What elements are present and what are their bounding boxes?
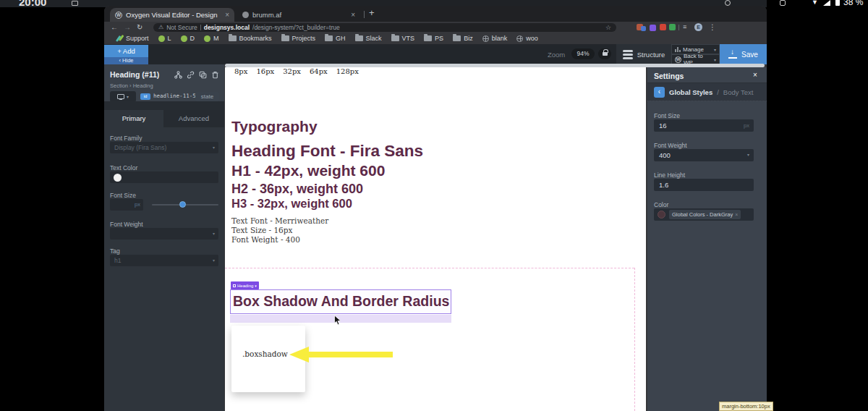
folder-icon — [281, 35, 289, 41]
chevron-down-icon: ▾ — [127, 94, 129, 99]
bookmark-item[interactable]: woo — [516, 35, 538, 42]
chip-close-icon[interactable]: × — [735, 210, 738, 219]
bookmark-item[interactable]: M — [204, 35, 219, 42]
url-separator — [200, 25, 201, 30]
bookmark-item[interactable]: Support — [116, 35, 149, 42]
zoom-lock-button[interactable] — [598, 48, 611, 59]
bookmark-folder[interactable]: VTS — [391, 35, 415, 42]
section-border-vertical — [634, 268, 635, 411]
zoom-value[interactable]: 94% — [571, 48, 595, 59]
tab-primary[interactable]: Primary — [104, 110, 163, 127]
forward-icon[interactable]: → — [124, 22, 131, 33]
element-id[interactable]: headline-11-5 — [153, 93, 196, 99]
settings-title: Settings — [654, 72, 684, 80]
yellow-arrow-head — [289, 347, 309, 363]
element-title: Heading (#11) — [110, 70, 159, 79]
font-family-label: Font Family — [110, 135, 142, 142]
security-label[interactable]: Not Secure — [166, 24, 197, 31]
font-family-select[interactable]: Display (Fira Sans) ▾ — [110, 142, 218, 153]
line-height-input[interactable]: 1.6 — [654, 179, 754, 191]
font-size-slider-knob[interactable] — [179, 201, 186, 208]
heading-font-line: Heading Font - Fira Sans — [231, 142, 423, 161]
bookmark-folder[interactable]: Projects — [281, 35, 316, 42]
element-breadcrumb[interactable]: Section › Heading — [110, 82, 153, 89]
bookmark-item[interactable]: blank — [482, 35, 508, 42]
dot-icon — [181, 35, 187, 42]
bookmark-folder[interactable]: Bookmarks — [229, 35, 272, 42]
add-button[interactable]: + Add — [104, 45, 148, 57]
bookmark-folder[interactable]: Biz — [453, 35, 473, 42]
tab-favicon — [242, 12, 249, 18]
font-size-input[interactable]: 16 px — [654, 119, 754, 132]
trash-icon[interactable] — [211, 71, 219, 79]
breadcrumb-global-styles[interactable]: Global Styles — [669, 88, 712, 96]
extension-icon[interactable] — [660, 24, 666, 30]
url-path: /design-system/?ct_builder=true — [252, 24, 603, 31]
close-icon[interactable]: × — [753, 71, 757, 79]
reading-list-icon[interactable]: ≡ — [683, 22, 686, 33]
state-button[interactable]: state — [195, 92, 219, 101]
extension-icon[interactable] — [641, 26, 646, 31]
color-swatch[interactable] — [114, 174, 122, 182]
settings-breadcrumb: ‹ Global Styles / Body Text — [647, 82, 767, 101]
typography-heading: Typography — [231, 118, 318, 135]
bookmark-folder[interactable]: PS — [424, 35, 443, 42]
tab-oxygen[interactable]: W Oxygen Visual Editor - Design × — [110, 8, 234, 22]
back-button[interactable]: ‹ — [654, 87, 665, 98]
font-weight-select[interactable]: 400 ▾ — [654, 149, 754, 161]
selected-element-badge[interactable]: Heading ▾ — [231, 281, 259, 289]
bookmark-folder[interactable]: GH — [325, 35, 346, 42]
breadcrumb-separator: / — [717, 88, 719, 96]
move-icon — [233, 284, 236, 287]
extension-icon[interactable] — [650, 25, 656, 31]
bookmark-star-icon[interactable]: ☆ — [605, 24, 611, 31]
id-badge[interactable]: id — [140, 93, 150, 100]
tag-select[interactable]: h1 ▾ — [110, 255, 218, 266]
hierarchy-icon[interactable] — [174, 71, 182, 79]
back-icon[interactable]: ← — [111, 22, 118, 33]
screenshot-icon — [72, 1, 78, 6]
font-weight-select[interactable]: ▾ — [110, 228, 218, 240]
tab-advanced[interactable]: Advanced — [163, 110, 224, 127]
url-host: designsys.local — [204, 24, 250, 31]
bookmark-folder[interactable]: Slack — [355, 35, 382, 42]
device-selector[interactable]: ▾ — [110, 91, 136, 102]
color-swatch[interactable] — [658, 211, 665, 219]
spacing-label: 16px — [256, 67, 274, 75]
tab-close-icon[interactable]: × — [351, 11, 355, 19]
wordpress-icon: W — [675, 56, 681, 63]
extension-icon[interactable] — [669, 24, 676, 30]
tab-close-icon[interactable]: × — [225, 11, 229, 19]
signal-icon — [823, 0, 830, 6]
text-color-field[interactable] — [110, 171, 218, 183]
kebab-menu-icon[interactable]: ⋮ — [709, 22, 716, 33]
bookmark-item[interactable]: D — [181, 35, 195, 42]
link-icon[interactable] — [187, 71, 195, 79]
element-header: Heading (#11) Section › Heading ▾ id hea… — [104, 64, 224, 101]
save-button[interactable]: ↓ Save — [720, 44, 767, 64]
h3-spec-line: H3 - 32px, weight 600 — [231, 197, 352, 211]
text-color-label: Text Color — [110, 164, 137, 171]
color-field[interactable]: Global Colors - DarkGray × — [654, 208, 754, 221]
font-size-input[interactable]: px — [110, 199, 143, 211]
tab-brumm[interactable]: brumm.af × — [237, 8, 360, 22]
profile-avatar[interactable]: E — [694, 23, 702, 31]
section-border-horizontal — [225, 268, 634, 268]
globe-icon — [516, 35, 523, 42]
chevron-down-icon: ▾ — [213, 228, 215, 240]
cast-icon — [780, 0, 786, 6]
global-color-chip[interactable]: Global Colors - DarkGray × — [669, 210, 741, 219]
hide-button[interactable]: ‹ Hide — [104, 57, 148, 64]
reload-icon[interactable]: ↻ — [137, 22, 142, 33]
spacing-scale-row: 8px 16px 32px 64px 128px — [234, 67, 359, 75]
yellow-arrow-shaft — [309, 352, 393, 357]
duplicate-icon[interactable] — [199, 71, 207, 79]
back-to-wp-button[interactable]: W Back to WP ▾ — [671, 54, 720, 64]
new-tab-button[interactable]: + — [369, 7, 375, 18]
selected-heading[interactable]: Box Shadow And Border Radius — [230, 289, 451, 314]
bookmark-item[interactable]: L — [158, 35, 171, 42]
slack-icon — [116, 35, 123, 42]
url-field[interactable]: ⚠ Not Secure designsys.local /design-sys… — [153, 23, 616, 32]
chevron-down-icon: ▾ — [213, 142, 215, 153]
structure-button[interactable]: Structure — [616, 44, 671, 64]
